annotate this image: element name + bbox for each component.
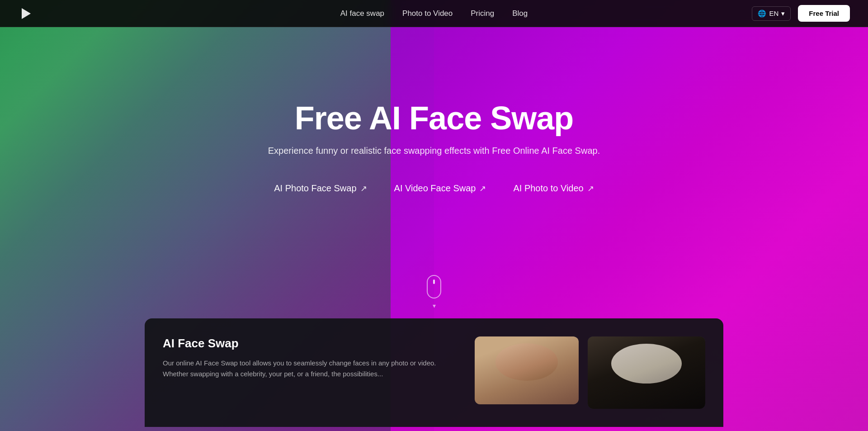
arrow-icon-1: ↗ bbox=[479, 184, 486, 194]
nav-ai-face-swap[interactable]: AI face swap bbox=[340, 9, 384, 18]
face-thumbnail-2 bbox=[588, 336, 705, 409]
svg-marker-0 bbox=[22, 8, 31, 19]
lang-label: EN bbox=[769, 9, 778, 17]
thumbnail-card-2 bbox=[588, 336, 705, 409]
scroll-chevron-icon: ▾ bbox=[433, 302, 436, 309]
face-thumbnail-1 bbox=[475, 336, 579, 404]
hero-title: Free AI Face Swap bbox=[295, 99, 574, 137]
language-selector[interactable]: 🌐 EN ▾ bbox=[752, 6, 791, 21]
nav-pricing[interactable]: Pricing bbox=[471, 9, 494, 18]
scroll-pill bbox=[427, 275, 441, 298]
chevron-down-icon: ▾ bbox=[781, 9, 785, 18]
ai-video-face-swap-label: AI Video Face Swap bbox=[394, 183, 476, 194]
navbar-right: 🌐 EN ▾ Free Trial bbox=[752, 5, 850, 22]
ai-photo-to-video-link[interactable]: AI Photo to Video ↗ bbox=[513, 183, 594, 194]
bottom-left: AI Face Swap Our online AI Face Swap too… bbox=[163, 336, 448, 409]
hero-subtitle: Experience funny or realistic face swapp… bbox=[268, 146, 600, 156]
arrow-icon-2: ↗ bbox=[587, 184, 594, 194]
bottom-right bbox=[475, 336, 705, 409]
navbar-center: AI face swap Photo to Video Pricing Blog bbox=[340, 9, 528, 18]
bottom-section: AI Face Swap Our online AI Face Swap too… bbox=[145, 318, 723, 427]
arrow-icon-0: ↗ bbox=[360, 184, 367, 194]
ai-photo-to-video-label: AI Photo to Video bbox=[513, 183, 583, 194]
ai-photo-face-swap-label: AI Photo Face Swap bbox=[274, 183, 356, 194]
bottom-section-title: AI Face Swap bbox=[163, 336, 448, 350]
logo-icon bbox=[18, 5, 34, 22]
scroll-indicator: ▾ bbox=[427, 275, 441, 309]
thumbnail-card-1 bbox=[475, 336, 579, 404]
hero-content: Free AI Face Swap Experience funny or re… bbox=[268, 99, 600, 194]
ai-photo-face-swap-link[interactable]: AI Photo Face Swap ↗ bbox=[274, 183, 367, 194]
navbar: AI face swap Photo to Video Pricing Blog… bbox=[0, 0, 868, 27]
hero-section: Free AI Face Swap Experience funny or re… bbox=[0, 0, 868, 431]
globe-icon: 🌐 bbox=[758, 9, 766, 18]
ai-video-face-swap-link[interactable]: AI Video Face Swap ↗ bbox=[394, 183, 486, 194]
free-trial-button[interactable]: Free Trial bbox=[798, 5, 850, 22]
bottom-section-description: Our online AI Face Swap tool allows you … bbox=[163, 358, 448, 379]
hero-links: AI Photo Face Swap ↗ AI Video Face Swap … bbox=[274, 183, 594, 194]
nav-photo-to-video[interactable]: Photo to Video bbox=[402, 9, 453, 18]
navbar-left bbox=[18, 5, 34, 22]
nav-blog[interactable]: Blog bbox=[512, 9, 528, 18]
